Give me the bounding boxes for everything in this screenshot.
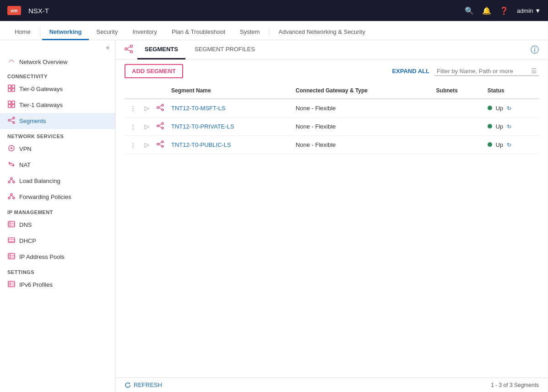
nav-security[interactable]: Security bbox=[89, 25, 125, 40]
svg-rect-6 bbox=[8, 105, 11, 107]
row-expand-toggle[interactable]: ▷ bbox=[141, 99, 153, 118]
table-container: Segment Name Connected Gateway & Type Su… bbox=[115, 83, 548, 377]
filter-options-icon[interactable]: ☰ bbox=[531, 67, 537, 75]
tier0-icon bbox=[7, 85, 16, 93]
row-subnets bbox=[433, 118, 484, 136]
sidebar-item-label: VPN bbox=[19, 145, 32, 152]
sidebar-item-ip-address-pools[interactable]: IP Address Pools bbox=[0, 249, 115, 265]
nav-system[interactable]: System bbox=[233, 25, 267, 40]
pagination-info: 1 - 3 of 3 Segments bbox=[491, 382, 539, 388]
sidebar-item-label: Tier-0 Gateways bbox=[19, 86, 63, 92]
nav-advanced[interactable]: Advanced Networking & Security bbox=[271, 25, 372, 40]
svg-point-16 bbox=[8, 181, 10, 183]
svg-point-45 bbox=[157, 107, 159, 108]
sidebar-item-vpn[interactable]: VPN bbox=[0, 141, 115, 157]
segment-name-link[interactable]: TNT12-T0-MSFT-LS bbox=[171, 105, 225, 112]
sidebar-item-nat[interactable]: NAT bbox=[0, 157, 115, 173]
segment-name-link[interactable]: TNT12-T0-PRIVATE-LS bbox=[171, 123, 234, 130]
row-segment-icon bbox=[153, 136, 168, 154]
user-menu[interactable]: admin ▼ bbox=[517, 7, 541, 14]
row-expand-toggle[interactable]: ▷ bbox=[141, 136, 153, 154]
svg-point-40 bbox=[125, 48, 127, 50]
row-actions-menu[interactable]: ⋮ bbox=[125, 118, 141, 136]
nav-inventory[interactable]: Inventory bbox=[125, 25, 164, 40]
svg-point-42 bbox=[130, 50, 133, 53]
sidebar: « ◠ Network Overview Connectivity Tier-0… bbox=[0, 40, 115, 392]
sidebar-item-forwarding-policies[interactable]: Forwarding Policies bbox=[0, 189, 115, 205]
row-actions-menu[interactable]: ⋮ bbox=[125, 99, 141, 118]
svg-point-46 bbox=[162, 104, 163, 106]
sidebar-item-load-balancing[interactable]: Load Balancing bbox=[0, 173, 115, 189]
sidebar-item-label: DNS bbox=[19, 221, 32, 228]
status-dot bbox=[488, 106, 492, 110]
forwarding-policies-icon bbox=[7, 193, 16, 201]
svg-point-8 bbox=[8, 119, 10, 121]
row-segment-name[interactable]: TNT12-T0-PRIVATE-LS bbox=[168, 118, 292, 136]
sidebar-item-dhcp[interactable]: DHCP bbox=[0, 233, 115, 249]
row-segment-name[interactable]: TNT12-T0-PUBLIC-LS bbox=[168, 136, 292, 154]
row-segment-icon bbox=[153, 118, 168, 136]
row-status: Up ↻ bbox=[484, 136, 539, 154]
svg-point-15 bbox=[11, 177, 12, 179]
sidebar-item-label: IP Address Pools bbox=[19, 253, 65, 260]
svg-point-22 bbox=[13, 197, 15, 199]
sidebar-item-label: Forwarding Policies bbox=[19, 193, 71, 200]
svg-line-19 bbox=[11, 179, 14, 181]
status-refresh-icon[interactable]: ↻ bbox=[507, 105, 511, 112]
nav-networking[interactable]: Networking bbox=[42, 25, 89, 40]
refresh-label: REFRESH bbox=[134, 381, 162, 388]
svg-point-52 bbox=[162, 127, 163, 129]
status-dot bbox=[488, 124, 492, 129]
sidebar-section-connectivity: Connectivity bbox=[0, 69, 115, 81]
col-segment-name: Segment Name bbox=[168, 83, 292, 99]
app-title: NSX-T bbox=[28, 7, 459, 15]
table-footer: REFRESH 1 - 3 of 3 Segments bbox=[115, 377, 548, 392]
help-icon[interactable]: ⓘ bbox=[531, 44, 539, 55]
row-actions-menu[interactable]: ⋮ bbox=[125, 136, 141, 154]
segment-name-link[interactable]: TNT12-T0-PUBLIC-LS bbox=[171, 141, 231, 148]
sidebar-item-dns[interactable]: DNS bbox=[0, 217, 115, 233]
nav-home[interactable]: Home bbox=[7, 25, 38, 40]
row-segment-icon bbox=[153, 99, 168, 118]
svg-point-9 bbox=[13, 117, 15, 119]
expand-all-button[interactable]: EXPAND ALL bbox=[392, 68, 429, 75]
row-expand-toggle[interactable]: ▷ bbox=[141, 118, 153, 136]
search-icon[interactable]: 🔍 bbox=[465, 6, 474, 15]
sidebar-section-ip-management: IP Management bbox=[0, 205, 115, 217]
svg-rect-32 bbox=[8, 253, 15, 259]
refresh-button[interactable]: REFRESH bbox=[125, 381, 162, 388]
sidebar-collapse-button[interactable]: « bbox=[0, 40, 115, 54]
sidebar-item-segments[interactable]: Segments bbox=[0, 113, 115, 129]
toolbar: ADD SEGMENT EXPAND ALL ☰ bbox=[115, 59, 548, 83]
col-status: Status bbox=[484, 83, 539, 99]
status-label: Up bbox=[495, 123, 503, 130]
nav-plan-troubleshoot[interactable]: Plan & Troubleshoot bbox=[164, 25, 233, 40]
tab-segments[interactable]: SEGMENTS bbox=[137, 40, 185, 59]
sidebar-item-ipv6-profiles[interactable]: IPv6 Profiles bbox=[0, 277, 115, 293]
sidebar-item-tier1[interactable]: Tier-1 Gateways bbox=[0, 97, 115, 113]
row-gateway-type: None - Flexible bbox=[292, 99, 433, 118]
add-segment-button[interactable]: ADD SEGMENT bbox=[125, 64, 183, 78]
status-refresh-icon[interactable]: ↻ bbox=[507, 142, 511, 148]
sidebar-item-tier0[interactable]: Tier-0 Gateways bbox=[0, 81, 115, 97]
row-status: Up ↻ bbox=[484, 99, 539, 118]
tab-segment-profiles[interactable]: SEGMENT PROFILES bbox=[187, 40, 262, 59]
svg-rect-4 bbox=[8, 101, 11, 104]
svg-line-18 bbox=[9, 179, 11, 181]
row-status: Up ↻ bbox=[484, 118, 539, 136]
dhcp-icon bbox=[7, 236, 16, 245]
svg-line-54 bbox=[159, 126, 162, 128]
row-segment-name[interactable]: TNT12-T0-MSFT-LS bbox=[168, 99, 292, 118]
help-icon[interactable]: ❓ bbox=[499, 6, 509, 15]
status-refresh-icon[interactable]: ↻ bbox=[507, 124, 511, 130]
sidebar-item-label: Network Overview bbox=[19, 59, 67, 65]
filter-input[interactable] bbox=[437, 68, 528, 75]
svg-point-51 bbox=[162, 123, 163, 124]
svg-point-57 bbox=[162, 145, 163, 147]
sidebar-item-network-overview[interactable]: ◠ Network Overview bbox=[0, 54, 115, 69]
svg-line-43 bbox=[127, 47, 130, 48]
svg-line-11 bbox=[10, 118, 13, 120]
nav-sep1 bbox=[40, 28, 40, 36]
svg-rect-36 bbox=[8, 281, 15, 287]
bell-icon[interactable]: 🔔 bbox=[482, 6, 491, 15]
